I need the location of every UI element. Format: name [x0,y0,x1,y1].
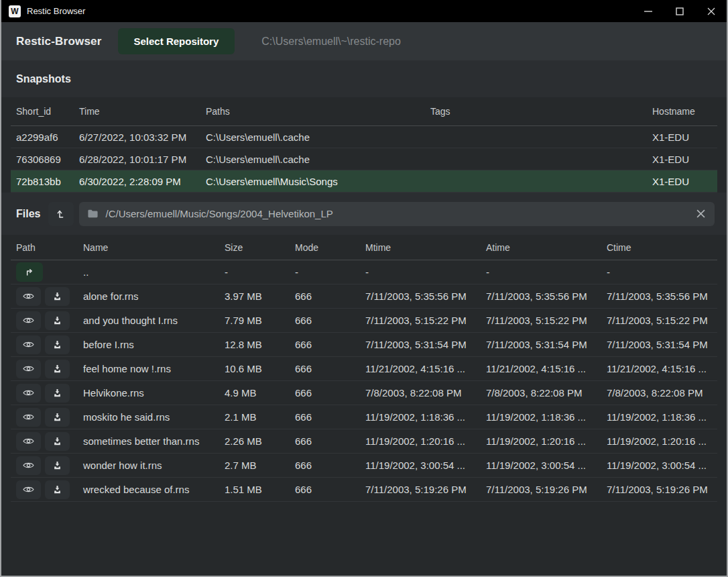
download-icon [52,388,62,398]
view-file-button[interactable] [16,287,41,306]
download-file-button[interactable] [45,311,70,330]
file-atime: 11/19/2002, 3:00:54 ... [481,454,601,477]
files-table: PathNameSizeModeMtimeAtimeCtime ..-----a… [1,235,727,502]
file-row[interactable]: wrecked because of.rns1.51 MB6667/11/200… [11,478,717,502]
file-row[interactable]: feel home now !.rns10.6 MB66611/21/2002,… [11,357,717,381]
file-mode: 666 [290,309,360,332]
download-file-button[interactable] [45,432,70,451]
snapshot-row[interactable]: 72b813bb6/30/2022, 2:28:09 PMC:\Users\em… [11,170,717,193]
parent-directory-row[interactable]: ..----- [11,260,717,284]
file-ctime: 11/21/2002, 4:15:16 ... [601,357,717,380]
file-ctime: 11/19/2002, 1:18:36 ... [601,405,717,429]
select-repository-button[interactable]: Select Repository [118,28,235,54]
maximize-icon [676,7,684,15]
view-file-button[interactable] [16,408,41,427]
go-parent-button[interactable] [16,262,43,282]
window-controls [632,0,727,22]
file-ctime: 7/11/2003, 5:31:54 PM [601,333,717,356]
view-icon [23,340,34,349]
file-name: moskito he said.rns [78,405,219,429]
snapshot-paths: C:\Users\emuell\.cache [200,126,425,148]
file-name: .. [78,260,219,284]
minimize-button[interactable] [632,0,664,22]
file-mtime: 11/19/2002, 1:20:16 ... [360,429,481,453]
column-header: Atime [481,235,601,260]
repository-path: C:\Users\emuell\~\restic-repo [261,36,401,48]
snapshot-time: 6/27/2022, 10:03:32 PM [74,126,200,148]
file-mode: 666 [290,333,360,356]
file-name: wonder how it.rns [78,454,219,477]
download-file-button[interactable] [45,456,70,475]
snapshot-row[interactable]: 763068696/28/2022, 10:01:17 PMC:\Users\e… [11,148,717,170]
column-header: Ctime [601,235,717,260]
file-mode: 666 [290,405,360,429]
clear-path-icon [696,209,705,218]
download-icon [52,364,62,374]
close-button[interactable] [695,0,727,22]
view-file-button[interactable] [16,311,41,330]
download-icon [52,484,62,494]
snapshot-paths: C:\Users\emuell\Music\Songs [200,170,425,192]
file-row[interactable]: before I.rns12.8 MB6667/11/2003, 5:31:54… [11,333,717,357]
column-header: Mode [290,235,360,260]
view-file-button[interactable] [16,432,41,451]
view-file-button[interactable] [16,456,41,475]
up-level-button[interactable] [48,202,74,226]
app-header: Restic-Browser Select Repository C:\User… [1,22,727,60]
view-file-button[interactable] [16,384,41,403]
file-mode: 666 [290,478,360,501]
file-size: 7.79 MB [219,309,290,332]
empty-area [1,502,727,576]
file-name: before I.rns [78,333,219,356]
file-atime: 7/11/2003, 5:15:22 PM [481,309,601,332]
file-row[interactable]: and you thought I.rns7.79 MB6667/11/2003… [11,309,717,333]
snapshot-time: 6/30/2022, 2:28:09 PM [74,170,200,192]
download-file-button[interactable] [45,360,70,378]
file-size: 3.97 MB [219,284,290,308]
file-name: sometimes better than.rns [78,429,219,453]
download-icon [52,291,62,301]
go-parent-icon [24,267,35,278]
titlebar: W Restic Browser [1,0,727,22]
snapshots-section-header: Snapshots [1,60,727,97]
download-icon [52,412,62,422]
view-file-button[interactable] [16,480,41,499]
file-name: alone for.rns [78,284,219,308]
file-ctime: 11/19/2002, 3:00:54 ... [601,454,717,477]
file-name: wrecked because of.rns [78,478,219,501]
snapshot-row[interactable]: a2299af66/27/2022, 10:03:32 PMC:\Users\e… [11,126,717,148]
snapshot-tags [425,170,647,192]
file-row[interactable]: alone for.rns3.97 MB6667/11/2003, 5:35:5… [11,284,717,309]
file-row[interactable]: Helvikone.rns4.9 MB6667/8/2003, 8:22:08 … [11,381,717,405]
snapshots-table-header: Short_idTimePathsTagsHostname [11,97,717,126]
file-ctime: 11/19/2002, 1:20:16 ... [601,429,717,453]
download-file-button[interactable] [45,480,70,499]
view-file-button[interactable] [16,335,41,354]
download-file-button[interactable] [45,335,70,354]
download-file-button[interactable] [45,408,70,427]
view-file-button[interactable] [16,360,41,378]
file-row[interactable]: moskito he said.rns2.1 MB66611/19/2002, … [11,405,717,429]
snapshot-tags [425,148,647,170]
files-title: Files [16,208,40,220]
maximize-button[interactable] [664,0,695,22]
file-atime: 7/11/2003, 5:35:56 PM [481,284,601,308]
clear-path-button[interactable] [695,208,707,219]
download-file-button[interactable] [45,287,70,306]
file-row[interactable]: wonder how it.rns2.7 MB66611/19/2002, 3:… [11,454,717,478]
column-header: Tags [425,97,647,125]
file-row[interactable]: sometimes better than.rns2.26 MB66611/19… [11,429,717,454]
file-size: 1.51 MB [219,478,290,501]
download-icon [52,315,62,325]
snapshots-title: Snapshots [16,73,71,85]
column-header: Mtime [360,235,481,260]
file-mtime: 7/11/2003, 5:31:54 PM [360,333,481,356]
download-file-button[interactable] [45,384,70,403]
snapshot-hostname: X1-EDU [647,170,717,192]
download-icon [52,436,62,446]
snapshot-hostname: X1-EDU [647,126,717,148]
minimize-icon [644,7,652,15]
file-mode: 666 [290,454,360,477]
file-atime: 7/11/2003, 5:19:26 PM [481,478,601,501]
view-icon [23,461,34,470]
